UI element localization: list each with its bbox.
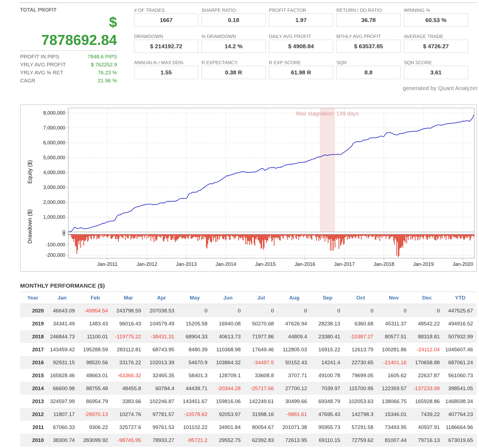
- stat-cell: WINNING %60.53 %: [404, 7, 468, 27]
- table-row-2020: 202046643.09-49954.54243798.59207038.530…: [20, 304, 477, 317]
- table-cell: 11807.17: [45, 411, 79, 417]
- stat-value-box: 1.97: [269, 14, 333, 27]
- table-cell: 46643.09: [45, 308, 79, 314]
- table-cell: 69348.79: [311, 398, 344, 404]
- table-cell: 29552.75: [211, 437, 245, 443]
- report-page: TOTAL PROFIT $ 7878692.84 PROFIT IN PIPS…: [0, 0, 479, 448]
- table-cell: 17649.46: [244, 347, 278, 353]
- total-profit-panel: TOTAL PROFIT $ 7878692.84 PROFIT IN PIPS…: [20, 7, 117, 85]
- x-tick-label: Jan-2011: [97, 261, 118, 267]
- table-cell: -49954.54: [79, 308, 112, 314]
- table-cell: 47626.94: [278, 321, 311, 327]
- stat-label: SHARPE RATIO: [202, 7, 266, 14]
- table-cell: 1605.62: [377, 373, 410, 379]
- equity-tick-label: 4,000,000: [43, 170, 65, 175]
- table-row-2019: 201934341.491483.4396016.43104579.491520…: [20, 317, 477, 330]
- table-cell: -21401.16: [377, 360, 410, 366]
- table-cell: 447525.67: [443, 308, 477, 314]
- table-cell: 68743.95: [145, 347, 178, 353]
- table-cell-year: 2012: [20, 411, 45, 417]
- column-header-ytd: YTD: [443, 295, 477, 301]
- column-header-jul: Jul: [244, 295, 278, 301]
- table-cell: 16940.08: [211, 321, 245, 327]
- table-cell: 201071.38: [278, 424, 311, 430]
- table-cell: -34497.5: [244, 360, 278, 366]
- table-cell: 142798.3: [344, 411, 377, 417]
- table-cell: 81007.44: [377, 437, 410, 443]
- stat-cell: AVERAGE TRADE$ 4726.27: [404, 33, 468, 53]
- table-cell: 1468598.34: [443, 398, 477, 404]
- table-cell: 27700.12: [278, 385, 311, 392]
- table-cell: 110368.98: [211, 347, 245, 353]
- stat-label: R EXPECTANCY: [202, 60, 266, 66]
- table-cell: 7039.97: [311, 385, 344, 392]
- table-cell: 23380.41: [311, 334, 344, 340]
- stat-cell: MTHLY AVG PROFIT$ 63537.85: [336, 33, 401, 53]
- table-row-2018: 2018246844.7311100.01-119775.22-38431.31…: [20, 330, 477, 343]
- column-header-year: Year: [20, 295, 45, 301]
- table-cell-year: 2014: [20, 385, 45, 392]
- table-cell: 38300.74: [45, 437, 79, 443]
- column-header-apr: Apr: [145, 295, 178, 301]
- table-cell: 101102.22: [178, 424, 211, 430]
- total-profit-label: TOTAL PROFIT: [20, 7, 117, 13]
- table-cell: -38431.31: [145, 334, 178, 340]
- stat-label: MTHLY AVG PROFIT: [336, 33, 401, 40]
- table-cell: 33176.22: [112, 360, 145, 366]
- table-cell-year: 2017: [20, 347, 45, 353]
- table-cell: 22730.65: [344, 360, 377, 366]
- table-cell: 128709.1: [211, 373, 245, 379]
- table-cell: 48663.01: [79, 373, 112, 379]
- profit-in-pips-row: PROFIT IN PIPS 7848.6 PIPS: [20, 53, 117, 61]
- x-tick-label: Jan-2012: [137, 261, 157, 267]
- table-cell: 283099.92: [79, 437, 112, 443]
- table-cell: -95721.2: [178, 437, 211, 443]
- table-cell: 494916.52: [443, 321, 477, 327]
- table-cell: 88755.48: [79, 385, 112, 392]
- table-cell: 69110.15: [311, 437, 344, 443]
- stat-cell: SQN SCORE3.61: [404, 60, 468, 79]
- table-cell: -25717.66: [244, 385, 278, 392]
- stat-value-box: 0.18: [202, 14, 266, 27]
- table-cell: -10578.62: [178, 411, 211, 417]
- table-cell: 0: [377, 308, 410, 314]
- table-cell: 45311.37: [377, 321, 410, 327]
- table-cell: 54670.9: [178, 360, 211, 366]
- stat-cell: R EXP SCORE61.98 R: [269, 60, 333, 79]
- table-cell: 80054.67: [244, 424, 278, 430]
- table-cell: -63366.32: [112, 373, 145, 379]
- stat-value-box: $ 4908.84: [269, 40, 333, 53]
- stat-value-box: 60.53 %: [404, 14, 468, 27]
- table-cell-year: 2011: [20, 424, 45, 430]
- generated-by-note: generated by Quant Analyzer: [403, 85, 478, 91]
- table-cell: 6360.68: [344, 321, 377, 327]
- table-cell: 31998.16: [244, 411, 278, 417]
- x-tick-label: Jan-2018: [374, 261, 394, 267]
- table-cell: 122359.57: [377, 385, 410, 392]
- table-cell: 100281.86: [377, 347, 410, 353]
- table-cell: 95955.73: [311, 424, 344, 430]
- stat-value-box: 8.8: [336, 66, 401, 79]
- equity-tick-label: 7,000,000: [43, 125, 65, 131]
- table-cell: 15346.01: [377, 411, 410, 417]
- stat-label: DAILY AVG PROFIT: [269, 33, 333, 40]
- cagr-label: CAGR: [20, 77, 35, 85]
- x-tick-label: Jan-2013: [176, 261, 197, 267]
- stat-cell: SQN8.8: [336, 60, 401, 79]
- table-cell: 103864.32: [211, 360, 245, 366]
- x-tick-label: Jan-2016: [295, 261, 315, 267]
- stat-cell: PROFIT FACTOR1.97: [269, 7, 333, 27]
- monthly-performance-title: MONTHLY PERFORMANCE ($): [20, 282, 477, 289]
- column-header-jan: Jan: [45, 295, 79, 301]
- stat-value-box: 61.98 R: [269, 66, 333, 79]
- table-cell: 165828.46: [45, 373, 79, 379]
- table-cell: 3383.66: [112, 398, 145, 404]
- stat-cell: R EXPECTANCY0.38 R: [202, 60, 266, 79]
- equity-drawdown-chart: Max stagnation: 149 days8,000,0007,000,0…: [20, 104, 477, 272]
- table-cell: 115700.95: [344, 385, 377, 392]
- yrly-avg-profit-label: YRLY AVG PROFIT: [20, 61, 66, 69]
- table-cell: 71977.86: [244, 334, 278, 340]
- table-cell: 102013.39: [145, 360, 178, 366]
- table-cell: 48542.22: [410, 321, 444, 327]
- stat-cell: ANNUAL% / MAX DD%1.55: [134, 60, 198, 79]
